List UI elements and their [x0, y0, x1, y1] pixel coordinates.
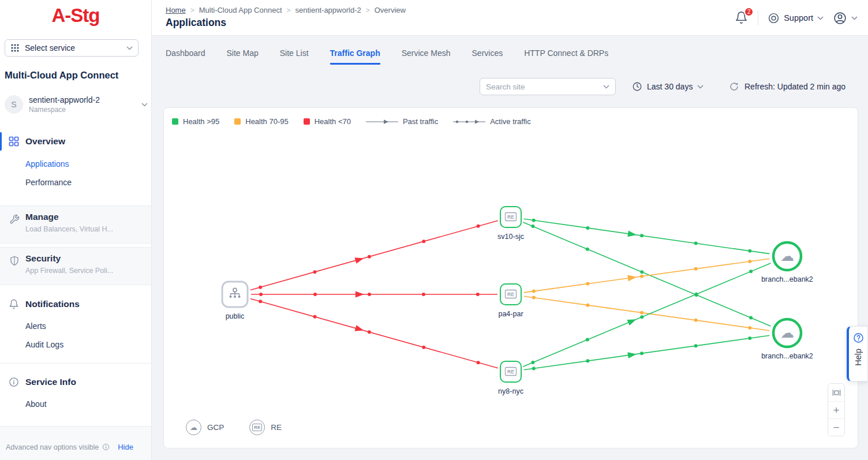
breadcrumb-item[interactable]: Overview	[375, 6, 406, 14]
breadcrumb-separator: >	[366, 6, 370, 14]
waffle-grid-icon	[10, 43, 20, 53]
namespace-type-label: Namespace	[29, 106, 141, 114]
graph-node-sv10-sjc[interactable]: REsv10-sjc	[497, 207, 524, 241]
chevron-down-icon	[817, 16, 824, 20]
graph-node-pa4-par[interactable]: REpa4-par	[498, 284, 523, 318]
sidebar-item-security[interactable]: Security App Firewall, Service Poli...	[0, 247, 151, 285]
sidebar-item-label: Overview	[25, 136, 65, 147]
legend-past-traffic: Past traffic	[366, 117, 438, 126]
sidebar: A-Stg Select service Multi-Cloud App Con…	[0, 0, 152, 460]
tab-dashboard[interactable]: Dashboard	[166, 48, 205, 65]
support-menu[interactable]: Support	[768, 12, 824, 24]
graph-legend: Health >95 Health 70-95 Health <70 Past …	[172, 117, 531, 126]
node-label: branch...ebank2	[761, 352, 813, 360]
legend-health-low: Health <70	[304, 117, 351, 126]
select-service-dropdown[interactable]: Select service	[5, 39, 139, 57]
graph-node-ny8-nyc[interactable]: REny8-nyc	[498, 361, 523, 395]
sidebar-item-overview[interactable]: Overview	[0, 132, 152, 151]
legend-health-high: Health >95	[172, 117, 219, 126]
page-title: Applications	[166, 17, 226, 29]
zoom-out-button[interactable]: −	[828, 418, 844, 436]
sidebar-item-subtitle: App Firewall, Service Poli...	[25, 267, 113, 275]
info-icon	[9, 377, 19, 387]
breadcrumb-item[interactable]: Multi-Cloud App Connect	[199, 6, 282, 14]
tab-traffic-graph[interactable]: Traffic Graph	[330, 48, 380, 65]
sidebar-item-about[interactable]: About	[25, 399, 47, 409]
breadcrumb-separator: >	[287, 6, 291, 14]
wrench-icon	[9, 214, 20, 225]
key-re: RE RE	[249, 420, 282, 435]
tab-http-connect-drps[interactable]: HTTP Connect & DRPs	[524, 48, 608, 65]
node-label: ny8-nyc	[498, 387, 523, 395]
brand-logo: A-Stg	[0, 5, 151, 27]
notification-count-badge: 2	[744, 7, 754, 17]
user-account-menu[interactable]	[833, 11, 858, 25]
svg-text:☁: ☁	[780, 325, 794, 341]
sidebar-footer: Advanced nav options visible Hide	[0, 426, 151, 460]
sidebar-item-alerts[interactable]: Alerts	[25, 321, 46, 331]
namespace-selector[interactable]: S sentient-appworld-2 Namespace	[5, 92, 148, 117]
main-content: Dashboard Site Map Site List Traffic Gra…	[152, 36, 868, 460]
overview-grid-icon	[9, 136, 19, 147]
node-label: pa4-par	[498, 310, 523, 318]
tab-site-map[interactable]: Site Map	[227, 48, 259, 65]
tab-service-mesh[interactable]: Service Mesh	[402, 48, 451, 65]
app-root: A-Stg Select service Multi-Cloud App Con…	[0, 0, 868, 460]
chevron-down-icon	[603, 85, 609, 89]
breadcrumb-home[interactable]: Home	[166, 6, 186, 14]
active-indicator	[0, 132, 2, 151]
legend-health-mid: Health 70-95	[234, 117, 288, 126]
top-header: Home > Multi-Cloud App Connect > sentien…	[152, 0, 868, 36]
help-label: Help	[854, 349, 863, 366]
zoom-in-button[interactable]: +	[828, 401, 844, 418]
select-service-label: Select service	[25, 43, 126, 53]
help-question-icon	[853, 332, 864, 343]
search-site-input[interactable]	[486, 83, 603, 91]
namespace-name: sentient-appworld-2	[29, 95, 141, 104]
fit-to-screen-button[interactable]	[828, 384, 844, 401]
refresh-button[interactable]: Refresh: Updated 2 min ago	[729, 78, 845, 95]
graph-node-public[interactable]: public	[222, 282, 248, 320]
past-traffic-line-icon	[366, 119, 398, 125]
tab-site-list[interactable]: Site List	[280, 48, 309, 65]
node-label: public	[226, 312, 245, 320]
svg-text:☁: ☁	[780, 248, 794, 264]
chevron-down-icon	[126, 46, 133, 50]
sidebar-item-label: Notifications	[25, 299, 80, 309]
notifications-bell-button[interactable]: 2	[735, 11, 749, 25]
chevron-down-icon	[851, 16, 858, 20]
divider	[758, 10, 758, 25]
hide-advanced-nav-button[interactable]: Hide	[118, 443, 133, 451]
sidebar-item-applications[interactable]: Applications	[25, 159, 69, 169]
breadcrumb: Home > Multi-Cloud App Connect > sentien…	[166, 6, 406, 14]
shield-icon	[9, 256, 20, 266]
help-tab[interactable]: Help	[847, 326, 868, 382]
time-range-selector[interactable]: Last 30 days	[632, 78, 704, 95]
tab-services[interactable]: Services	[472, 48, 503, 65]
sidebar-item-manage[interactable]: Manage Load Balancers, Virtual H...	[0, 205, 151, 244]
gcp-cloud-icon: ☁	[186, 420, 201, 435]
product-title: Multi-Cloud App Connect	[5, 70, 118, 81]
graph-node-gcp1[interactable]: ☁branch...ebank2	[761, 242, 813, 283]
svg-text:RE: RE	[507, 369, 514, 375]
sidebar-item-audit-logs[interactable]: Audit Logs	[25, 340, 63, 349]
bell-icon	[9, 299, 19, 309]
sidebar-item-notifications[interactable]: Notifications	[0, 294, 152, 314]
namespace-avatar: S	[5, 95, 23, 114]
node-label: sv10-sjc	[497, 233, 524, 241]
traffic-graph-canvas[interactable]: publicREsv10-sjcREpa4-parREny8-nyc☁branc…	[164, 108, 859, 449]
sidebar-item-label: Manage	[25, 212, 59, 222]
refresh-icon	[729, 81, 739, 92]
legend-swatch-orange	[234, 118, 241, 125]
search-site-dropdown[interactable]	[480, 78, 616, 95]
sidebar-item-performance[interactable]: Performance	[25, 178, 72, 187]
fit-screen-icon	[832, 388, 841, 397]
advanced-nav-text: Advanced nav options visible	[6, 443, 99, 451]
chevron-down-icon	[141, 103, 148, 107]
svg-text:RE: RE	[507, 291, 514, 297]
breadcrumb-item[interactable]: sentient-appworld-2	[295, 6, 361, 14]
sidebar-item-service-info[interactable]: Service Info	[0, 372, 152, 392]
node-label: branch...ebank2	[761, 275, 813, 283]
key-gcp: ☁ GCP	[186, 420, 224, 435]
refresh-status-label: Refresh: Updated 2 min ago	[744, 82, 845, 91]
